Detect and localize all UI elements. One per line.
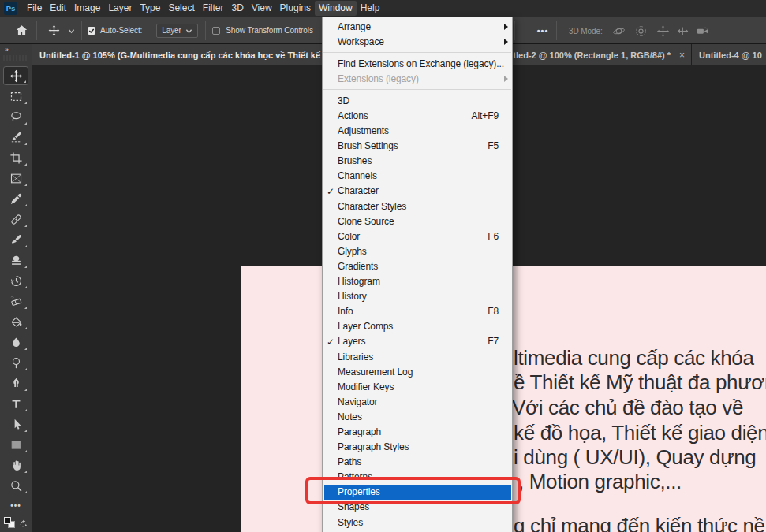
move-tool[interactable] [3,66,28,85]
menu-item-history[interactable]: History [323,289,512,304]
checkmark-icon: ✓ [327,186,334,197]
document-tab[interactable]: Untitled-2 @ 100% (Rectangle 1, RGB/8#) … [489,44,692,65]
drag-3d-icon[interactable] [656,24,670,38]
path-selection-tool[interactable] [3,415,28,433]
menu-item-measurement-log[interactable]: Measurement Log [323,364,512,379]
chevron-down-icon[interactable] [68,24,75,38]
object-selection-tool[interactable] [3,128,28,147]
menu-separator [323,52,511,53]
zoom-tool[interactable] [3,476,28,495]
more-options-button[interactable]: ••• [530,17,555,44]
type-tool[interactable] [3,394,28,413]
menu-item-navigator[interactable]: Navigator [323,394,512,409]
show-transform-checkbox[interactable] [212,27,220,35]
menu-item-character[interactable]: ✓Character [323,184,512,199]
history-brush-tool[interactable] [3,271,28,290]
menubar-item-file[interactable]: File [23,1,46,16]
healing-brush-tool[interactable] [3,210,28,229]
clone-stamp-tool[interactable] [3,251,28,270]
paint-bucket-tool[interactable] [3,312,28,331]
menu-item-label: Info [338,306,488,317]
eraser-tool[interactable] [3,292,28,311]
marquee-tool[interactable] [3,87,28,106]
menubar-item-layer[interactable]: Layer [104,1,136,16]
chevron-down-icon [185,24,192,38]
close-tab-icon[interactable]: × [676,50,691,61]
pen-tool[interactable] [3,374,28,392]
foreground-background-colors[interactable] [4,517,28,530]
menu-item-actions[interactable]: ActionsAlt+F9 [323,108,512,123]
divider [556,21,557,40]
menu-item-gradients[interactable]: Gradients [323,259,512,273]
divider [514,21,515,40]
menu-item-notes[interactable]: Notes [323,409,512,424]
menu-item-arrange[interactable]: Arrange [323,19,512,34]
lasso-tool[interactable] [3,107,28,126]
menu-item-3d[interactable]: 3D [323,93,512,108]
edit-toolbar-button[interactable]: ••• [3,499,28,512]
menubar-item-select[interactable]: Select [164,1,198,16]
menubar-item-3d[interactable]: 3D [227,1,247,16]
menu-item-channels[interactable]: Channels [323,169,512,184]
menu-item-label: Character Styles [338,201,499,212]
menu-item-label: Notes [338,411,499,422]
blur-tool[interactable] [3,333,28,352]
menu-item-clone-source[interactable]: Clone Source [323,214,512,229]
frame-tool[interactable] [3,169,28,188]
brush-tool[interactable] [3,230,28,249]
menubar-item-filter[interactable]: Filter [199,1,228,16]
home-icon[interactable] [6,24,36,37]
collapse-toolbar-icon[interactable]: » [5,46,8,54]
3d-mode-label: 3D Mode: [569,27,603,35]
menubar-item-plugins[interactable]: Plugins [276,1,315,16]
rotate-3d-icon[interactable] [612,24,626,38]
menu-item-info[interactable]: InfoF8 [323,304,512,319]
document-tab[interactable]: Untitled-4 @ 10 [692,44,766,65]
menu-item-workspace[interactable]: Workspace [323,34,512,49]
canvas-text-line: g chỉ mang đến kiến thức nền [514,514,766,532]
menubar-item-type[interactable]: Type [136,1,164,16]
menu-item-character-styles[interactable]: Character Styles [323,199,512,214]
camera-3d-icon[interactable] [696,24,709,38]
swap-colors-icon[interactable] [19,517,28,531]
auto-select-target-value: Layer [162,26,181,35]
move-tool-preset-icon[interactable] [41,24,66,36]
hand-tool[interactable] [3,456,28,474]
menubar-item-help[interactable]: Help [357,1,384,16]
menu-item-layer-comps[interactable]: Layer Comps [323,319,512,334]
menu-item-label: Modifier Keys [338,381,499,392]
menu-item-label: Actions [338,110,472,121]
menu-item-find-extensions-on-exchange-legacy[interactable]: Find Extensions on Exchange (legacy)... [323,56,512,71]
auto-select-checkbox[interactable] [88,27,95,35]
menu-bar: Ps FileEditImageLayerTypeSelectFilter3DV… [0,0,766,17]
dodge-tool[interactable] [3,353,28,372]
menu-item-histogram[interactable]: Histogram [323,274,512,289]
menu-item-shortcut: F8 [488,306,499,317]
menu-item-brush-settings[interactable]: Brush SettingsF5 [323,139,512,154]
crop-tool[interactable] [3,148,28,167]
menu-item-brushes[interactable]: Brushes [323,154,512,169]
roll-3d-icon[interactable] [634,24,648,38]
submenu-arrow-icon [504,39,508,45]
slide-3d-icon[interactable] [676,24,689,38]
menu-item-paths[interactable]: Paths [323,455,512,470]
menu-item-paragraph[interactable]: Paragraph [323,424,512,439]
toolbar-grip[interactable] [3,55,28,61]
menu-item-libraries[interactable]: Libraries [323,349,512,364]
menu-item-modifier-keys[interactable]: Modifier Keys [323,379,512,394]
menu-item-paragraph-styles[interactable]: Paragraph Styles [323,440,512,455]
menu-item-layers[interactable]: ✓LayersF7 [323,334,512,349]
menubar-item-edit[interactable]: Edit [46,1,70,16]
foreground-color-swatch[interactable] [4,517,11,524]
auto-select-target-dropdown[interactable]: Layer [156,24,198,38]
divider [205,21,206,40]
menubar-item-view[interactable]: View [248,1,276,16]
menu-item-glyphs[interactable]: Glyphs [323,244,512,259]
menu-item-color[interactable]: ColorF6 [323,229,512,244]
menu-item-styles[interactable]: Styles [323,515,512,530]
menu-item-adjustments[interactable]: Adjustments [323,124,512,139]
menubar-item-window[interactable]: Window [315,1,357,16]
menubar-item-image[interactable]: Image [70,1,104,16]
rectangle-tool[interactable] [3,435,28,454]
eyedropper-tool[interactable] [3,189,28,208]
